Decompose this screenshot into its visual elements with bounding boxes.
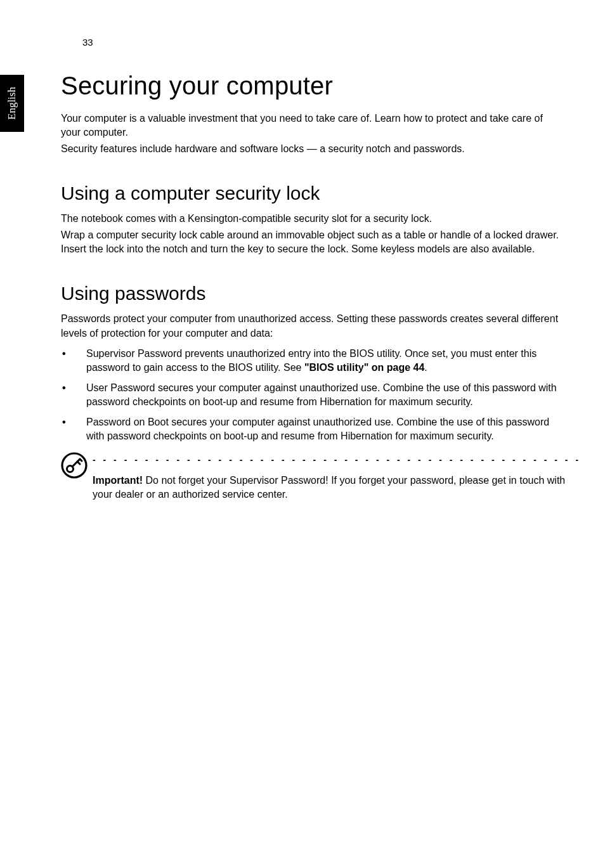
important-label: Important! — [93, 475, 143, 486]
svg-line-4 — [80, 459, 82, 461]
note-text: Important! Do not forget your Supervisor… — [93, 474, 581, 502]
section-heading-security-lock: Using a computer security lock — [61, 183, 562, 204]
passwords-intro: Passwords protect your computer from una… — [61, 312, 562, 340]
note-body: - - - - - - - - - - - - - - - - - - - - … — [93, 452, 581, 502]
bullet-dot-icon: • — [61, 347, 86, 361]
intro-paragraph-1: Your computer is a valuable investment t… — [61, 112, 562, 139]
dash-separator: - - - - - - - - - - - - - - - - - - - - … — [93, 455, 581, 465]
page-title: Securing your computer — [61, 72, 562, 100]
bullet-text: Password on Boot secures your computer a… — [86, 417, 549, 441]
bullet-text-post: . — [424, 362, 427, 373]
page-number: 33 — [82, 37, 562, 48]
section-heading-passwords: Using passwords — [61, 283, 562, 304]
important-text: Do not forget your Supervisor Password! … — [93, 475, 565, 500]
bios-utility-link[interactable]: "BIOS utility" on page 44 — [304, 362, 424, 373]
list-item-text: Password on Boot secures your computer a… — [86, 415, 562, 443]
security-lock-paragraph-2: Wrap a computer security lock cable arou… — [61, 228, 562, 256]
list-item: • Password on Boot secures your computer… — [61, 415, 562, 443]
key-icon — [61, 452, 93, 479]
list-item: • Supervisor Password prevents unauthori… — [61, 347, 562, 375]
bullet-text: User Password secures your computer agai… — [86, 382, 557, 407]
bullet-dot-icon: • — [61, 381, 86, 395]
list-item-text: Supervisor Password prevents unauthorize… — [86, 347, 562, 375]
page-content: 33 Securing your computer Your computer … — [61, 37, 562, 502]
bullet-dot-icon: • — [61, 415, 86, 429]
language-tab: English — [0, 75, 24, 132]
list-item: • User Password secures your computer ag… — [61, 381, 562, 409]
passwords-bullet-list: • Supervisor Password prevents unauthori… — [61, 347, 562, 443]
intro-paragraph-2: Security features include hardware and s… — [61, 142, 562, 156]
svg-line-3 — [77, 462, 80, 464]
important-note: - - - - - - - - - - - - - - - - - - - - … — [61, 452, 562, 502]
security-lock-paragraph-1: The notebook comes with a Kensington-com… — [61, 212, 562, 226]
list-item-text: User Password secures your computer agai… — [86, 381, 562, 409]
